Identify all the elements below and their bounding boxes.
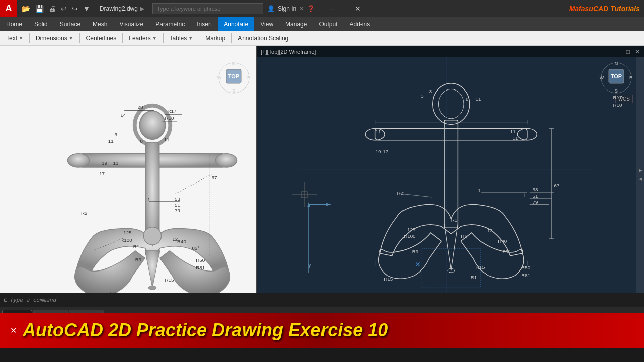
viewport-mode-label: [+][Top][2D Wireframe] [261,49,316,55]
save-button[interactable]: 💾 [34,4,45,14]
ribbon-centerlines[interactable]: Centerlines [82,32,121,45]
svg-text:R50: R50 [521,265,530,270]
close-button[interactable]: ✕ [351,0,364,17]
svg-line-50 [175,174,212,194]
svg-text:R1: R1 [451,217,457,223]
svg-text:R100: R100 [404,233,416,239]
ribbon-leaders[interactable]: Leaders ▼ [125,32,160,45]
svg-text:79: 79 [533,199,538,205]
svg-point-8 [140,111,166,139]
svg-text:53: 53 [533,187,538,192]
svg-text:28: 28 [138,104,143,110]
profile-icon: 👤 [267,5,275,12]
sign-in-button[interactable]: Sign In [278,5,296,12]
restore-button[interactable]: □ [338,0,351,17]
ribbon-text[interactable]: Text ▼ [2,32,27,45]
ribbon-separator-5 [199,33,199,43]
viewport-restore-button[interactable]: □ [624,47,632,56]
app-icon: A [0,0,17,17]
svg-text:R17: R17 [167,108,176,114]
svg-text:14: 14 [120,112,126,118]
svg-text:R9: R9 [412,249,418,254]
svg-text:R15: R15 [476,264,485,270]
quick-access-toolbar: 📂 💾 🖨 ↩ ↪ ▼ [20,4,92,14]
svg-text:R21: R21 [110,290,119,293]
viewport-minimize-button[interactable]: ─ [615,47,623,56]
undo-button[interactable]: ↩ [59,4,68,14]
svg-text:85°: 85° [503,249,510,254]
close-search-icon[interactable]: ✕ [299,5,304,12]
svg-rect-71 [375,128,527,140]
svg-text:N: N [232,61,236,66]
svg-text:R2: R2 [397,190,404,196]
viewport-right[interactable]: [+][Top][2D Wireframe] ─ □ ✕ TOP N S W E… [257,46,644,293]
cmd-prompt-icon: ⊞ [4,297,8,303]
svg-text:11: 11 [113,160,119,166]
svg-text:8: 8 [466,96,468,102]
ribbon-annotation-scaling[interactable]: Annotation Scaling [234,32,292,45]
svg-text:1: 1 [147,197,150,202]
search-input[interactable] [152,3,263,14]
svg-text:8: 8 [140,138,143,144]
ribbon-tables[interactable]: Tables ▼ [166,32,197,45]
svg-text:R9: R9 [135,257,142,262]
menu-home[interactable]: Home [0,17,28,31]
menu-parametric[interactable]: Parametric [149,17,191,31]
svg-text:19: 19 [102,160,107,166]
svg-text:+: + [522,191,526,199]
nav-cube-left[interactable]: TOP N S W E [216,60,252,96]
side-panel: ▶ ◀ [636,57,644,293]
svg-text:R81: R81 [196,265,205,270]
side-panel-text: ▶ ◀ [638,168,643,183]
svg-text:3: 3 [429,88,432,94]
svg-text:R1: R1 [471,275,477,280]
banner-close-button[interactable]: ✕ [10,326,17,335]
svg-text:125: 125 [123,230,132,235]
menu-annotate[interactable]: Annotate [218,17,254,31]
menu-surface[interactable]: Surface [54,17,87,31]
ribbon-dimensions[interactable]: Dimensions ▼ [32,32,77,45]
logo-area: MafasuCAD Tutorials [565,4,644,13]
svg-text:11: 11 [476,96,481,102]
menu-visualize[interactable]: Visualize [113,17,149,31]
svg-text:125: 125 [407,227,416,232]
open-button[interactable]: 📂 [20,4,32,14]
user-section: 👤 Sign In ✕ ❓ [267,5,319,12]
menu-solid[interactable]: Solid [28,17,54,31]
title-section: 📂 💾 🖨 ↩ ↪ ▼ Drawing2.dwg ▶ 👤 Sign In ✕ ❓… [17,0,565,17]
menu-view[interactable]: View [254,17,279,31]
viewport-left[interactable]: TOP N S W E [0,46,257,293]
menu-addins[interactable]: Add-ins [344,17,376,31]
svg-text:✕: ✕ [415,261,421,268]
redo-button[interactable]: ↪ [70,4,79,14]
menu-mesh[interactable]: Mesh [87,17,113,31]
menu-manage[interactable]: Manage [279,17,313,31]
menu-output[interactable]: Output [313,17,343,31]
ribbon-dimensions-arrow: ▼ [69,36,73,41]
svg-text:3: 3 [115,132,118,137]
minimize-button[interactable]: ─ [325,0,338,17]
more-button[interactable]: ▼ [82,4,92,14]
banner: ✕ AutoCAD 2D Practice Drawing Exercise 1… [0,313,644,348]
menu-bar: Home Solid Surface Mesh Visualize Parame… [0,17,644,31]
svg-text:53: 53 [175,196,180,202]
ribbon-separator-4 [163,33,164,43]
drawing-name: Drawing2.dwg ▶ [96,5,148,12]
command-line[interactable]: ⊞ Type a command [0,293,644,307]
ribbon-separator-6 [231,33,232,43]
ribbon-leaders-arrow: ▼ [152,36,157,41]
svg-text:17: 17 [383,149,388,154]
svg-text:R1: R1 [461,233,467,239]
help-icon[interactable]: ❓ [307,5,315,12]
svg-text:R17: R17 [613,95,622,100]
viewport-close-button[interactable]: ✕ [633,47,642,56]
svg-rect-125 [422,248,480,288]
svg-point-14 [143,227,161,245]
plot-button[interactable]: 🖨 [47,4,57,14]
main-area: TOP N S W E [0,46,644,293]
svg-text:3: 3 [421,93,423,99]
svg-text:R50: R50 [196,257,205,263]
ribbon-text-arrow: ▼ [19,36,23,41]
menu-insert[interactable]: Insert [191,17,218,31]
ribbon-markup[interactable]: Markup [201,32,229,45]
